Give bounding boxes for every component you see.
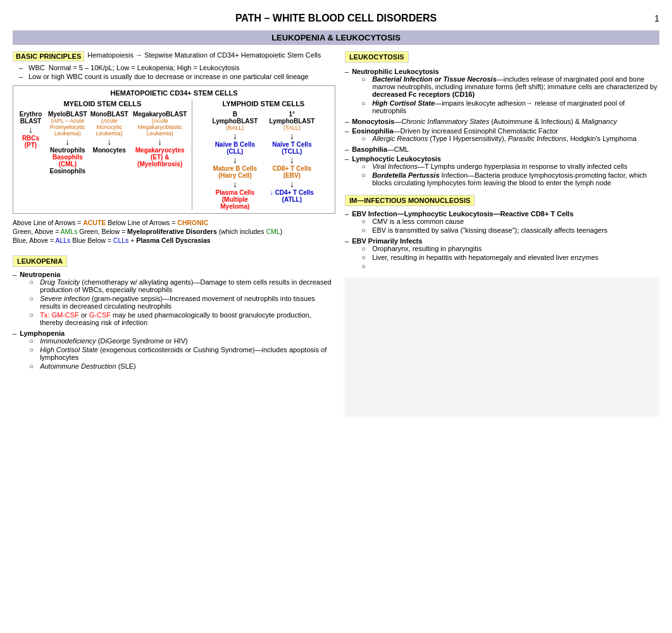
severe-infection-entry: ○ Severe infection (gram-negative sepsis… [20, 295, 335, 310]
extra-entry: ○ [352, 262, 659, 270]
right-column: LEUKOCYTOSIS – Neutrophilic Leukocytosis… [345, 51, 659, 417]
monocytosis-text: Monocytosis—Chronic Inflammatory States … [352, 118, 617, 125]
oropharynx-text: Oropharynx, resulting in pharyngitis [372, 245, 482, 252]
arrow-down: ↓ [90, 137, 128, 147]
arrow-down: ↓ [265, 179, 319, 189]
circle-bullet: ○ [361, 135, 369, 142]
myeloid-column: MYELOID STEM CELLS ErythroBLAST ↓ RBCs(P… [16, 100, 192, 210]
basophilia-entry: – Basophilia—CML [345, 145, 659, 153]
decreased-fc: decreased Fc receptors (CD16) [372, 90, 475, 98]
drug-toxicity-text: Drug Toxicity (chemotherapy w/ alkylatin… [40, 278, 335, 293]
hsc-section: HEMATOPOIETIC CD34+ STEM CELLS MYELOID S… [13, 85, 335, 214]
circle-bullet: ○ [361, 171, 369, 187]
section-banner: LEUKOPENIA & LEUKOCYTOSIS [13, 30, 659, 45]
erythro-col: ErythroBLAST ↓ RBCs(PT) [16, 111, 45, 175]
dash: – [19, 73, 25, 80]
blurred-section [345, 278, 659, 417]
basic-principles-badge: BASIC PRINCIPLES [13, 51, 84, 61]
page-header: PATH – WHITE BLOOD CELL DISORDERS 1 [13, 13, 659, 24]
immunodef-desc: (DiGeorge Syndrome or HIV) [96, 337, 188, 345]
im-badge-container: IM—INFECTIOUS MONONUCLEOSIS [345, 190, 659, 210]
viral-label: Viral Infections [372, 163, 418, 170]
basic-principles-text1: Hematopoiesis → Stepwise Maturation of C… [87, 51, 321, 59]
allergic-type: (Type I Hypersensitivity), [428, 135, 508, 142]
gmcsf-text: Tx: GM-CSF or G-CSF may be used pharmaco… [40, 311, 335, 326]
neutrophilic-header: Neutrophilic Leukocytosis [352, 68, 439, 75]
arrow-down: ↓ [208, 155, 262, 165]
leukopenia-badge: LEUKOPENIA [13, 255, 67, 267]
cortisol-text: High Cortisol State (exogenous corticost… [40, 346, 335, 361]
cd8-t: CD8+ T Cells(EBV) [265, 165, 319, 179]
monocytes: Monocytes [90, 147, 128, 154]
eosinophilia-desc: —Driven by increased Eosinophil Chemotac… [394, 127, 558, 135]
mature-b: Mature B Cells(Hairy Cell) [208, 165, 262, 179]
circle-bullet: ○ [29, 278, 37, 293]
monocytosis-entry: – Monocytosis—Chronic Inflammatory State… [345, 118, 659, 125]
circle-bullet: ○ [361, 226, 369, 234]
dash: – [345, 68, 349, 116]
bordetella-label: Bordetella Pertussis [372, 171, 439, 179]
basophilia-text: Basophilia—CML [352, 145, 409, 153]
basophils: Basophils(CML) [48, 154, 87, 168]
severe-infection-label: Severe infection [40, 295, 90, 302]
high-cortisol-entry: ○ High Cortisol State—impairs leukocyte … [352, 99, 659, 114]
monocytosis-and: (Autoimmune & Infectious) & [489, 118, 582, 125]
immunodef-entry: ○ Immunodeficiency (DiGeorge Syndrome or… [20, 337, 335, 345]
circle-bullet: ○ [361, 218, 369, 225]
dash: – [345, 145, 349, 153]
arrow-down: ↓ [265, 131, 319, 141]
circle-bullet: ○ [361, 245, 369, 252]
tall-label: (TALL) [265, 125, 319, 131]
basophilia-desc: —CML [387, 145, 409, 153]
viral-desc: —T Lymphs undergo hyperplasia in respons… [418, 163, 627, 170]
cd4-t: ↓ CD4+ T Cells(ATLL) [265, 189, 319, 203]
gcsf-label: G-CSF [89, 311, 111, 319]
dash: – [13, 271, 16, 328]
gmcsf-label: Tx: GM-CSF [40, 311, 79, 319]
ebv-entry: – EBV Infection—Lymphocytic Leukocytosis… [345, 210, 659, 235]
dash: – [345, 210, 349, 235]
dash: – [345, 127, 349, 144]
circle-bullet: ○ [361, 75, 369, 98]
liver-entry: ○ Liver, resulting in hepatitis with hep… [352, 254, 659, 261]
arrow-down: ↓ [48, 137, 87, 147]
mono-col: MonoBLAST (Acute MonocyticLeukemia) ↓ Mo… [90, 111, 128, 175]
circle-bullet: ○ [29, 362, 37, 370]
wbc-normal-row: – WBC Normal = 5 – 10K/pL; Low = Leukope… [19, 64, 335, 71]
lymphopenia-content: Lymphopenia ○ Immunodeficiency (DiGeorge… [20, 329, 335, 371]
mega-blast: MegakaryoBLAST [132, 111, 189, 118]
naive-t: Naïve T Cells(TCLL) [265, 141, 319, 155]
hodgkin-text: , Hodgkin's Lymphoma [566, 135, 637, 142]
basic-principles-row: BASIC PRINCIPLES Hematopoiesis → Stepwis… [13, 51, 335, 61]
circle-bullet: ○ [29, 311, 37, 326]
saliva-entry: ○ EBV is transmitted by saliva ("kissing… [352, 226, 659, 234]
arrow-down: ↓ [208, 179, 262, 189]
lymphocytic-header: Lymphocytic Leukocytosis [352, 155, 441, 163]
naive-b: Naïve B Cells(CLL) [208, 141, 262, 155]
cml-inline: CML [266, 228, 280, 235]
all-label: ALLs [55, 237, 70, 244]
myelo-col: MyeloBLAST (APL – AcutePromyelocyticLeuk… [48, 111, 87, 175]
lymphoid-inner: BLymphoBLAST (BALL) ↓ Naïve B Cells(CLL)… [196, 111, 332, 210]
acute-mega-label: (AcuteMegakaryoblasticLeukemia) [132, 118, 189, 137]
neutropenia-content: Neutropenia ○ Drug Toxicity (chemotherap… [20, 271, 335, 328]
eosinophils: Eosinophils [48, 168, 87, 175]
aml-label: AMLs [61, 228, 78, 235]
legend-line1: Above Line of Arrows = ACUTE Below Line … [13, 219, 335, 226]
im-badge: IM—INFECTIOUS MONONUCLEOSIS [345, 195, 475, 206]
myelo-blast: MyeloBLAST [48, 111, 87, 118]
t-lympho-blast: 1°LymphoBLAST [265, 111, 319, 125]
b-lympho-blast: BLymphoBLAST [208, 111, 262, 125]
erythro-blast: ErythroBLAST [16, 111, 45, 125]
drug-toxicity-entry: ○ Drug Toxicity (chemotherapy w/ alkylat… [20, 278, 335, 293]
circle-bullet: ○ [29, 337, 37, 345]
acute-mono-label: (Acute MonocyticLeukemia) [90, 118, 128, 137]
hsc-title: HEMATOPOIETIC CD34+ STEM CELLS [16, 89, 332, 97]
circle-bullet: ○ [361, 254, 369, 261]
autoimmune-text: Autoimmune Destruction (SLE) [40, 362, 136, 370]
wbc-count-text: Low or high WBC count is usually due to … [28, 73, 309, 80]
severe-infection-text: Severe infection (gram-negative sepsis)—… [40, 295, 335, 310]
high-cortisol-label: High Cortisol State [372, 99, 435, 107]
prim-infects-content: EBV Primarily Infects ○ Oropharynx, resu… [352, 237, 659, 271]
circle-bullet: ○ [361, 262, 369, 270]
